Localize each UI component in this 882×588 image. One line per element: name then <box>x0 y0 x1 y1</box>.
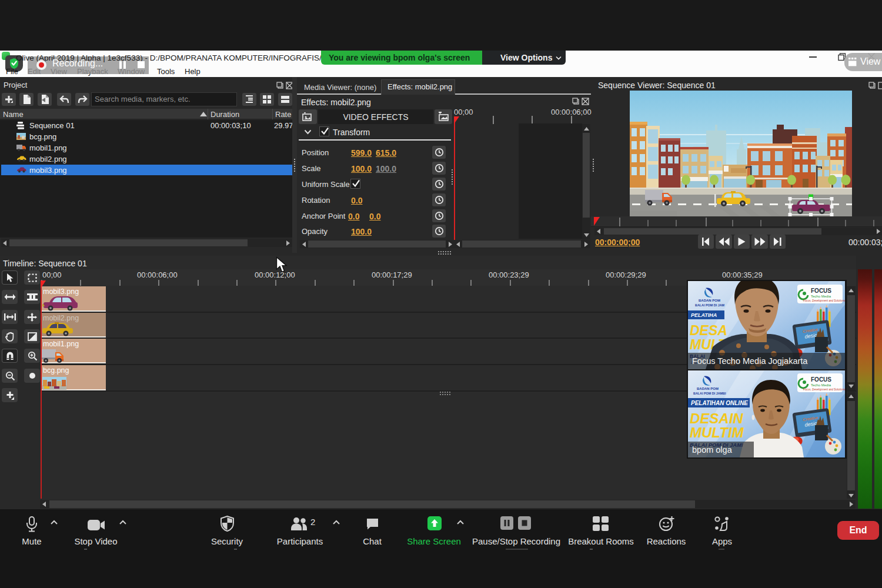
svg-text:bpom olga: bpom olga <box>692 445 733 455</box>
svg-text:BADAN POM: BADAN POM <box>697 387 719 390</box>
svg-text:BALAI POM DI JAMBI: BALAI POM DI JAMBI <box>693 392 726 395</box>
svg-text:Techo Media: Techo Media <box>811 383 831 387</box>
svg-text:BADAN POM: BADAN POM <box>699 299 720 302</box>
svg-text:Techo Media: Techo Media <box>811 295 831 298</box>
svg-text:BALAI POM DI JAM: BALAI POM DI JAM <box>695 303 725 307</box>
svg-text:FOCUS: FOCUS <box>811 288 831 294</box>
svg-text:MULTIM: MULTIM <box>690 425 744 440</box>
svg-text:Focus, Development and Solutio: Focus, Development and Solutions <box>803 299 845 302</box>
svg-text:DESA: DESA <box>690 323 727 338</box>
svg-text:Focus Techo Media Jogjakarta: Focus Techo Media Jogjakarta <box>692 356 808 366</box>
svg-text:PELATIHAN ONLINE: PELATIHAN ONLINE <box>691 400 748 406</box>
svg-text:PELATIHA: PELATIHA <box>691 312 717 318</box>
svg-text:DESAIN: DESAIN <box>690 410 743 426</box>
svg-text:FOCUS: FOCUS <box>811 376 831 383</box>
svg-text:Focus, Development and Solutio: Focus, Development and Solutions <box>803 388 845 391</box>
